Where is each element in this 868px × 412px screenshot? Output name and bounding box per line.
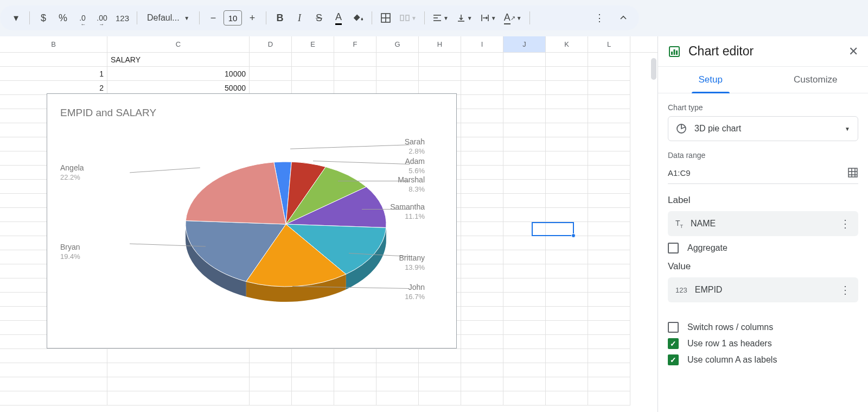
italic-button[interactable]: I [290, 9, 309, 27]
checkbox-off-icon [668, 243, 679, 253]
decrease-decimal-button[interactable]: .0← [73, 9, 92, 27]
chart-type-label: Chart type [668, 103, 858, 112]
row1-headers-label: Use row 1 as headers [687, 339, 772, 348]
value-section: Value [668, 261, 858, 272]
label-name: Brittany [399, 253, 425, 263]
font-size-input[interactable]: 10 [224, 10, 242, 26]
font-family-label: Defaul... [147, 13, 181, 23]
panel-title: Chart editor [688, 44, 841, 59]
text-type-icon: TT [675, 219, 683, 229]
col-header-K[interactable]: K [546, 36, 588, 52]
col-header-L[interactable]: L [588, 36, 630, 52]
aggregate-checkbox[interactable]: Aggregate [668, 243, 858, 253]
tab-setup[interactable]: Setup [658, 67, 763, 93]
chevron-down-icon: ▼ [845, 126, 850, 132]
colA-labels-checkbox[interactable]: Use column A as labels [668, 354, 858, 365]
colA-labels-label: Use column A as labels [687, 355, 777, 365]
col-header-G[interactable]: G [376, 36, 419, 52]
chevron-down-icon: ▼ [184, 15, 189, 21]
checkbox-on-icon [668, 338, 679, 349]
label-field[interactable]: TT NAME ⋮ [668, 211, 858, 236]
pie-label-samantha: Samantha 11.1% [390, 202, 425, 221]
fill-color-button[interactable] [349, 9, 367, 27]
scrollbar-thumb[interactable] [651, 58, 656, 80]
font-family-dropdown[interactable]: Defaul... ▼ [142, 13, 195, 23]
cell-C2[interactable]: 10000 [107, 67, 250, 81]
svg-rect-4 [406, 15, 409, 21]
increase-decimal-button[interactable]: .00→ [93, 9, 111, 27]
active-cell-outline [532, 222, 574, 236]
chart-editor-panel: Chart editor ✕ Setup Customize Chart typ… [658, 36, 868, 412]
col-header-D[interactable]: D [250, 36, 292, 52]
col-header-B[interactable]: B [0, 36, 107, 52]
separator [199, 11, 200, 24]
currency-format-button[interactable]: $ [34, 9, 53, 27]
panel-tabs: Setup Customize [658, 67, 868, 93]
label-pct: 11.1% [390, 212, 425, 221]
label-name: Adam [405, 157, 425, 167]
percent-format-button[interactable]: % [54, 9, 72, 27]
embedded-chart[interactable]: EMPID and SALARY [47, 93, 457, 348]
checkbox-off-icon [668, 322, 679, 333]
separator [266, 11, 266, 24]
checkbox-on-icon [668, 354, 679, 365]
pie-label-adam: Adam 5.6% [405, 157, 425, 175]
select-range-icon[interactable] [847, 167, 858, 178]
value-field[interactable]: 123 EMPID ⋮ [668, 277, 858, 302]
pie-label-bryan: Bryan 19.4% [60, 243, 80, 261]
label-pct: 5.6% [405, 167, 425, 175]
separator [372, 11, 372, 24]
merge-cells-button[interactable]: ▼ [396, 9, 420, 27]
svg-rect-13 [671, 52, 673, 55]
horizontal-align-button[interactable]: ▼ [429, 9, 452, 27]
label-value: NAME [691, 219, 832, 229]
label-section: Label [668, 195, 858, 206]
pie-icon [676, 123, 687, 134]
chevron-down-icon: ▼ [467, 15, 473, 21]
text-color-button[interactable]: A [329, 9, 348, 27]
separator [529, 11, 530, 24]
label-name: Samantha [390, 202, 425, 212]
value-menu-icon[interactable]: ⋮ [840, 283, 851, 296]
close-icon[interactable]: ✕ [848, 45, 858, 59]
col-header-C[interactable]: C [107, 36, 250, 52]
cell-C1[interactable]: SALARY [107, 53, 250, 67]
strikethrough-button[interactable]: S [310, 9, 328, 27]
col-header-J[interactable]: J [503, 36, 546, 52]
number-type-icon: 123 [675, 286, 687, 294]
separator [29, 11, 30, 24]
label-name: Marshal [398, 175, 425, 185]
vertical-align-button[interactable]: ▼ [453, 9, 476, 27]
grid-body[interactable]: SALARY 1 10000 2 50000 [0, 53, 658, 405]
svg-rect-15 [676, 50, 678, 55]
increase-font-button[interactable]: + [243, 9, 261, 27]
collapse-toolbar-button[interactable] [614, 9, 633, 27]
bold-button[interactable]: B [271, 9, 289, 27]
text-rotation-button[interactable]: A↗ ▼ [501, 9, 525, 27]
decrease-font-button[interactable]: − [204, 9, 222, 27]
col-header-F[interactable]: F [334, 36, 376, 52]
chevron-down-icon: ▼ [516, 15, 522, 21]
col-header-I[interactable]: I [461, 36, 503, 52]
switch-rows-columns-checkbox[interactable]: Switch rows / columns [668, 322, 858, 333]
label-name: John [405, 283, 425, 293]
chart-type-dropdown[interactable]: 3D pie chart ▼ [668, 116, 858, 141]
text-wrap-button[interactable]: ▼ [477, 9, 500, 27]
more-left-dropdown[interactable]: ▾ [7, 9, 25, 27]
col-header-E[interactable]: E [292, 36, 334, 52]
tab-customize[interactable]: Customize [763, 67, 869, 93]
label-pct: 16.7% [405, 293, 425, 301]
col-header-H[interactable]: H [419, 36, 461, 52]
cell-B2[interactable]: 1 [0, 67, 107, 81]
more-formats-button[interactable]: 123 [112, 9, 132, 27]
spreadsheet-grid[interactable]: B C D E F G H I J K L SALARY [0, 36, 658, 412]
borders-button[interactable] [376, 9, 395, 27]
row1-headers-checkbox[interactable]: Use row 1 as headers [668, 338, 858, 349]
label-pct: 22.2% [60, 173, 84, 182]
fill-handle[interactable] [571, 233, 576, 238]
label-menu-icon[interactable]: ⋮ [840, 217, 851, 230]
overflow-menu-button[interactable]: ⋮ [590, 9, 609, 27]
data-range-input[interactable]: A1:C9 [668, 168, 842, 178]
label-name: Sarah [405, 137, 425, 147]
label-pct: 8.3% [398, 185, 425, 194]
